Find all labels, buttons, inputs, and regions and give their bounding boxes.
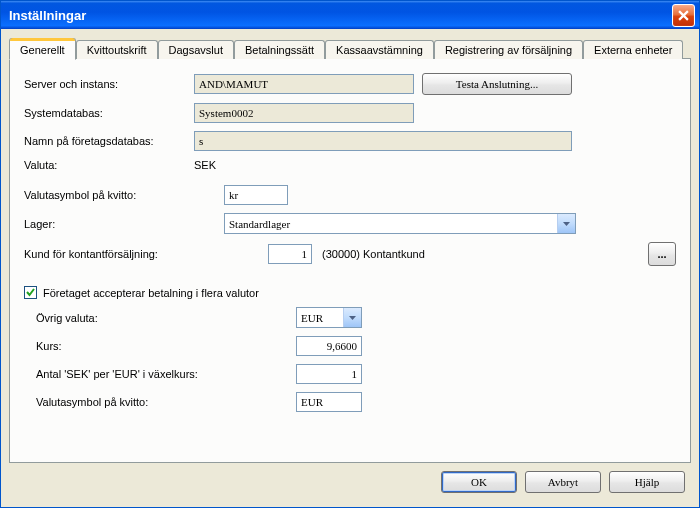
titlebar: Inställningar bbox=[1, 1, 699, 29]
rate-field[interactable] bbox=[296, 336, 362, 356]
label-server: Server och instans: bbox=[24, 78, 194, 90]
othercur-value: EUR bbox=[297, 312, 343, 324]
cancel-button[interactable]: Avbryt bbox=[525, 471, 601, 493]
warehouse-value: Standardlager bbox=[225, 218, 557, 230]
tab-panel: Server och instans: Testa Anslutning... … bbox=[9, 58, 691, 463]
label-per: Antal 'SEK' per 'EUR' i växelkurs: bbox=[24, 368, 252, 380]
browse-customer-button[interactable]: ... bbox=[648, 242, 676, 266]
cashcust-num-field[interactable] bbox=[268, 244, 312, 264]
currency-value: SEK bbox=[194, 159, 216, 171]
tab-kassaavstamning[interactable]: Kassaavstämning bbox=[325, 40, 434, 59]
cashcust-text: (30000) Kontantkund bbox=[322, 248, 532, 260]
tab-generellt[interactable]: Generellt bbox=[9, 38, 76, 60]
label-rate: Kurs: bbox=[24, 340, 252, 352]
per-field[interactable] bbox=[296, 364, 362, 384]
tab-registrering[interactable]: Registrering av försäljning bbox=[434, 40, 583, 59]
tab-dagsavslut[interactable]: Dagsavslut bbox=[158, 40, 234, 59]
warehouse-select[interactable]: Standardlager bbox=[224, 213, 576, 234]
close-button[interactable] bbox=[672, 4, 695, 27]
label-currency: Valuta: bbox=[24, 159, 194, 171]
label-compdb: Namn på företagsdatabas: bbox=[24, 135, 194, 147]
cursym-field[interactable] bbox=[224, 185, 288, 205]
label-cursym: Valutasymbol på kvitto: bbox=[24, 189, 224, 201]
sysdb-field[interactable] bbox=[194, 103, 414, 123]
ok-button[interactable]: OK bbox=[441, 471, 517, 493]
cursym2-field[interactable] bbox=[296, 392, 362, 412]
tab-externa[interactable]: Externa enheter bbox=[583, 40, 683, 59]
label-warehouse: Lager: bbox=[24, 218, 224, 230]
test-connection-button[interactable]: Testa Anslutning... bbox=[422, 73, 572, 95]
tab-kvittoutskrift[interactable]: Kvittoutskrift bbox=[76, 40, 158, 59]
dialog-footer: OK Avbryt Hjälp bbox=[9, 463, 691, 499]
chevron-down-icon[interactable] bbox=[557, 214, 575, 233]
label-sysdb: Systemdatabas: bbox=[24, 107, 194, 119]
label-multi: Företaget accepterar betalning i flera v… bbox=[43, 287, 259, 299]
label-cashcust: Kund för kontantförsäljning: bbox=[24, 248, 224, 260]
label-othercur: Övrig valuta: bbox=[24, 312, 252, 324]
window-title: Inställningar bbox=[9, 8, 672, 23]
label-cursym2: Valutasymbol på kvitto: bbox=[24, 396, 252, 408]
server-field[interactable] bbox=[194, 74, 414, 94]
compdb-field[interactable] bbox=[194, 131, 572, 151]
multi-currency-checkbox[interactable] bbox=[24, 286, 37, 299]
tab-strip: Generellt Kvittoutskrift Dagsavslut Beta… bbox=[9, 37, 691, 58]
tab-betalningssatt[interactable]: Betalningssätt bbox=[234, 40, 325, 59]
chevron-down-icon[interactable] bbox=[343, 308, 361, 327]
help-button[interactable]: Hjälp bbox=[609, 471, 685, 493]
othercur-select[interactable]: EUR bbox=[296, 307, 362, 328]
